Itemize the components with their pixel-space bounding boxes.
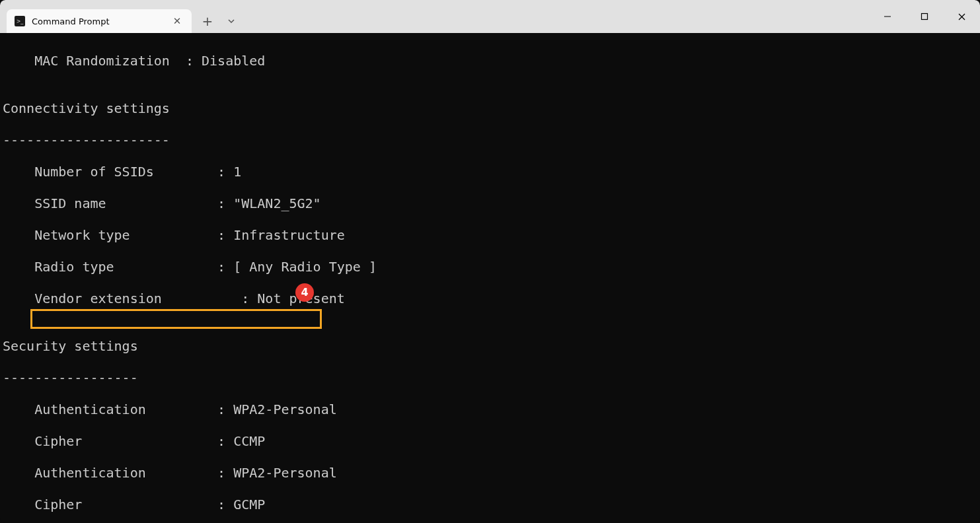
output-line: Network type : Infrastructure [3, 227, 977, 243]
output-line: Cipher : CCMP [3, 433, 977, 449]
badge-number: 4 [301, 285, 308, 300]
window-controls [869, 0, 980, 33]
tab-title: Command Prompt [32, 17, 170, 26]
output-line: Authentication : WPA2-Personal [3, 465, 977, 481]
close-window-button[interactable] [943, 0, 980, 33]
add-tab-button[interactable]: + [196, 9, 219, 33]
output-line: Number of SSIDs : 1 [3, 164, 977, 180]
annotation-badge: 4 [295, 283, 314, 302]
output-line: Authentication : WPA2-Personal [3, 401, 977, 417]
output-line: Radio type : [ Any Radio Type ] [3, 259, 977, 275]
section-separator: --------------------- [3, 132, 977, 148]
minimize-button[interactable] [869, 0, 906, 33]
title-bar: >_ Command Prompt ✕ + [0, 0, 980, 33]
output-line: Cipher : GCMP [3, 497, 977, 512]
annotation-highlight [30, 309, 322, 329]
section-header: Connectivity settings [3, 100, 977, 116]
cmd-icon: >_ [15, 16, 25, 26]
terminal-output[interactable]: MAC Randomization : Disabled Connectivit… [0, 33, 980, 523]
tab-dropdown-icon[interactable] [219, 9, 243, 33]
terminal-tab[interactable]: >_ Command Prompt ✕ [7, 9, 192, 33]
output-line: MAC Randomization : Disabled [3, 53, 977, 69]
close-tab-icon[interactable]: ✕ [170, 15, 184, 28]
output-line: Vendor extension : Not present [3, 291, 977, 306]
section-header: Security settings [3, 338, 977, 354]
maximize-button[interactable] [906, 0, 943, 33]
svg-rect-1 [922, 14, 928, 20]
section-separator: ----------------- [3, 370, 977, 386]
output-line: SSID name : "WLAN2_5G2" [3, 195, 977, 211]
